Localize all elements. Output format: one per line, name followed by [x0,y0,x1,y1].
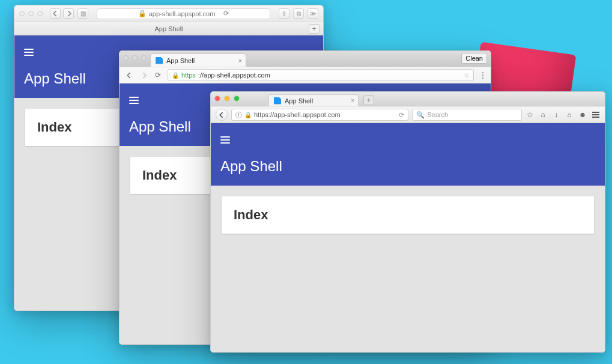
reload-button[interactable]: ⟳ [153,70,163,80]
card-heading: Index [142,168,177,183]
menu-icon[interactable] [220,136,230,144]
close-dot[interactable] [214,96,220,102]
chrome-toolbar: ⟳ 🔒 https://app-shell.appspot.com ☆ ⋮ [120,67,491,83]
clean-extension-button[interactable]: Clean [461,53,487,64]
search-placeholder: Search [427,111,448,118]
chrome-menu-button[interactable]: ⋮ [479,70,486,80]
share-button[interactable]: ⇪ [279,8,289,19]
downloads-icon[interactable]: ↓ [552,111,560,119]
close-tab-icon[interactable]: × [238,57,242,64]
tabs-button[interactable]: ⧉ [293,8,304,19]
lock-icon: 🔒 [172,72,179,79]
new-tab-button[interactable]: + [309,24,320,34]
new-tab-button[interactable]: + [363,96,374,105]
window-controls[interactable] [214,96,240,102]
bookmark-star-icon[interactable]: ☆ [526,111,534,119]
menu-icon[interactable] [129,97,139,104]
sidebar-button[interactable]: ▥ [77,8,88,19]
favicon-icon [274,97,281,105]
site-info-icon[interactable]: i [235,112,242,118]
bookmark-star-icon[interactable]: ☆ [464,71,470,79]
firefox-menu-button[interactable] [592,112,600,118]
minimize-dot[interactable] [224,96,230,102]
firefox-address-bar[interactable]: i 🔒 https://app-shell.appspot.com ⟳ [231,109,408,121]
safari-tabstrip: App Shell + [14,22,323,35]
app-title: App Shell [220,158,595,175]
close-tab-icon[interactable]: × [351,97,354,104]
back-button[interactable] [216,109,228,121]
chrome-address-bar[interactable]: 🔒 https://app-shell.appspot.com ☆ [168,69,474,81]
content-card: Index [222,196,594,234]
reload-icon[interactable]: ⟳ [399,111,404,119]
zoom-dot[interactable] [234,96,240,102]
zoom-dot[interactable] [37,11,43,16]
back-button[interactable] [124,70,134,80]
safari-address-bar[interactable]: 🔒 app-shell.appspot.com ⟳ [97,8,270,19]
card-heading: Index [234,207,268,222]
firefox-url-text: https://app-shell.appspot.com [254,111,341,118]
chat-icon[interactable]: ☻ [578,111,587,119]
firefox-tabstrip: App Shell × + [211,92,605,106]
reload-icon[interactable]: ⟳ [223,10,229,17]
forward-button[interactable] [63,8,74,19]
firefox-search-box[interactable]: 🔍 Search [412,109,522,121]
zoom-dot[interactable] [141,55,147,61]
url-scheme: https [181,71,196,79]
url-rest: ://app-shell.appspot.com [198,71,270,79]
app-header: App Shell [211,123,605,186]
close-dot[interactable] [19,11,25,16]
chrome-tabstrip: App Shell × Clean [120,51,491,67]
window-controls[interactable] [19,11,43,16]
firefox-tool-icons: ☆ ⌂ ↓ ⌂ ☻ [526,111,600,119]
safari-titlebar: ▥ 🔒 app-shell.appspot.com ⟳ ⇪ ⧉ ≫ [14,5,323,22]
close-dot[interactable] [123,55,129,61]
lock-icon: 🔒 [244,112,252,118]
firefox-window: App Shell × + i 🔒 https://app-shell.apps… [210,91,605,353]
safari-tab[interactable]: App Shell [154,25,183,32]
chrome-tab[interactable]: App Shell × [150,53,246,67]
minimize-dot[interactable] [28,11,34,16]
window-controls[interactable] [123,55,147,61]
lock-icon: 🔒 [138,10,147,17]
home-icon[interactable]: ⌂ [565,111,574,119]
firefox-viewport: App Shell Index [211,123,605,352]
reading-list-icon[interactable]: ⌂ [539,111,547,119]
more-button[interactable]: ≫ [308,8,318,19]
chrome-tab-label: App Shell [166,57,195,64]
firefox-tab[interactable]: App Shell × [268,94,359,106]
forward-button [139,70,148,80]
search-icon: 🔍 [416,111,425,119]
menu-icon[interactable] [24,49,34,56]
favicon-icon [156,57,163,64]
back-button[interactable] [50,8,61,19]
firefox-toolbar: i 🔒 https://app-shell.appspot.com ⟳ 🔍 Se… [211,106,605,123]
firefox-tab-label: App Shell [285,97,313,105]
card-heading: Index [37,120,71,135]
safari-url-text: app-shell.appspot.com [149,10,216,17]
minimize-dot[interactable] [132,55,138,61]
